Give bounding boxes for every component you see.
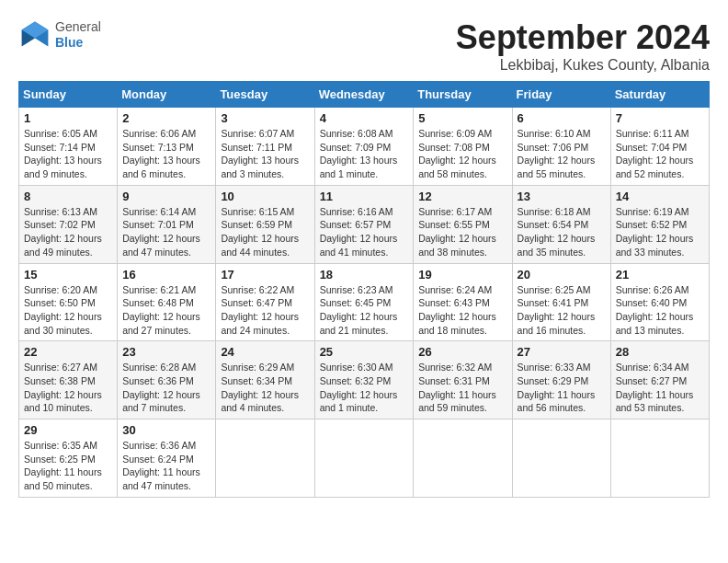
day-info: Sunrise: 6:27 AM Sunset: 6:38 PM Dayligh… bbox=[24, 361, 112, 415]
day-cell bbox=[512, 419, 610, 498]
location-title: Lekbibaj, Kukes County, Albania bbox=[456, 57, 710, 74]
day-info: Sunrise: 6:16 AM Sunset: 6:57 PM Dayligh… bbox=[320, 205, 409, 259]
day-cell: 25Sunrise: 6:30 AM Sunset: 6:32 PM Dayli… bbox=[314, 341, 414, 419]
page-header: General Blue September 2024 Lekbibaj, Ku… bbox=[18, 18, 710, 74]
day-number: 24 bbox=[221, 345, 309, 359]
day-info: Sunrise: 6:25 AM Sunset: 6:41 PM Dayligh… bbox=[518, 283, 606, 338]
day-number: 12 bbox=[418, 190, 506, 203]
day-cell: 14Sunrise: 6:19 AM Sunset: 6:52 PM Dayli… bbox=[610, 185, 709, 263]
day-cell: 9Sunrise: 6:14 AM Sunset: 7:01 PM Daylig… bbox=[118, 185, 216, 263]
day-number: 27 bbox=[518, 345, 606, 359]
logo-icon bbox=[18, 18, 51, 52]
day-info: Sunrise: 6:07 AM Sunset: 7:11 PM Dayligh… bbox=[221, 127, 309, 181]
day-cell: 23Sunrise: 6:28 AM Sunset: 6:36 PM Dayli… bbox=[118, 341, 216, 419]
day-cell: 12Sunrise: 6:17 AM Sunset: 6:55 PM Dayli… bbox=[414, 185, 512, 263]
day-cell: 5Sunrise: 6:09 AM Sunset: 7:08 PM Daylig… bbox=[414, 108, 512, 186]
day-cell: 20Sunrise: 6:25 AM Sunset: 6:41 PM Dayli… bbox=[512, 263, 610, 341]
day-info: Sunrise: 6:08 AM Sunset: 7:09 PM Dayligh… bbox=[320, 127, 409, 181]
day-cell bbox=[216, 419, 314, 498]
weekday-header-sunday: Sunday bbox=[19, 82, 118, 108]
day-cell: 26Sunrise: 6:32 AM Sunset: 6:31 PM Dayli… bbox=[414, 341, 512, 419]
day-info: Sunrise: 6:15 AM Sunset: 6:59 PM Dayligh… bbox=[221, 205, 309, 259]
calendar-body: 1Sunrise: 6:05 AM Sunset: 7:14 PM Daylig… bbox=[19, 108, 710, 498]
day-cell: 30Sunrise: 6:36 AM Sunset: 6:24 PM Dayli… bbox=[118, 419, 216, 498]
day-info: Sunrise: 6:18 AM Sunset: 6:54 PM Dayligh… bbox=[518, 205, 606, 259]
day-info: Sunrise: 6:06 AM Sunset: 7:13 PM Dayligh… bbox=[122, 127, 210, 181]
day-cell: 24Sunrise: 6:29 AM Sunset: 6:34 PM Dayli… bbox=[216, 341, 314, 419]
day-info: Sunrise: 6:17 AM Sunset: 6:55 PM Dayligh… bbox=[418, 205, 506, 259]
day-info: Sunrise: 6:28 AM Sunset: 6:36 PM Dayligh… bbox=[122, 361, 210, 415]
weekday-header-row: SundayMondayTuesdayWednesdayThursdayFrid… bbox=[19, 82, 710, 108]
day-cell: 28Sunrise: 6:34 AM Sunset: 6:27 PM Dayli… bbox=[610, 341, 709, 419]
day-cell: 8Sunrise: 6:13 AM Sunset: 7:02 PM Daylig… bbox=[19, 185, 118, 263]
day-number: 25 bbox=[320, 345, 409, 359]
day-number: 23 bbox=[122, 345, 210, 359]
day-info: Sunrise: 6:24 AM Sunset: 6:43 PM Dayligh… bbox=[418, 283, 506, 338]
day-number: 4 bbox=[320, 111, 409, 125]
week-row-1: 1Sunrise: 6:05 AM Sunset: 7:14 PM Daylig… bbox=[19, 108, 710, 186]
week-row-3: 15Sunrise: 6:20 AM Sunset: 6:50 PM Dayli… bbox=[19, 263, 710, 341]
week-row-4: 22Sunrise: 6:27 AM Sunset: 6:38 PM Dayli… bbox=[19, 341, 710, 419]
weekday-header-tuesday: Tuesday bbox=[216, 82, 314, 108]
day-number: 7 bbox=[616, 111, 704, 125]
day-cell: 17Sunrise: 6:22 AM Sunset: 6:47 PM Dayli… bbox=[216, 263, 314, 341]
logo: General Blue bbox=[18, 18, 101, 52]
day-info: Sunrise: 6:34 AM Sunset: 6:27 PM Dayligh… bbox=[616, 361, 704, 415]
day-info: Sunrise: 6:19 AM Sunset: 6:52 PM Dayligh… bbox=[616, 205, 704, 259]
day-info: Sunrise: 6:30 AM Sunset: 6:32 PM Dayligh… bbox=[320, 361, 409, 415]
day-cell bbox=[414, 419, 512, 498]
day-info: Sunrise: 6:20 AM Sunset: 6:50 PM Dayligh… bbox=[24, 283, 112, 338]
day-number: 6 bbox=[518, 111, 606, 125]
day-info: Sunrise: 6:36 AM Sunset: 6:24 PM Dayligh… bbox=[122, 439, 210, 493]
day-cell: 16Sunrise: 6:21 AM Sunset: 6:48 PM Dayli… bbox=[118, 263, 216, 341]
day-number: 30 bbox=[122, 423, 210, 437]
day-cell bbox=[314, 419, 414, 498]
weekday-header-wednesday: Wednesday bbox=[314, 82, 414, 108]
day-info: Sunrise: 6:13 AM Sunset: 7:02 PM Dayligh… bbox=[24, 205, 112, 259]
day-cell: 19Sunrise: 6:24 AM Sunset: 6:43 PM Dayli… bbox=[414, 263, 512, 341]
day-cell: 13Sunrise: 6:18 AM Sunset: 6:54 PM Dayli… bbox=[512, 185, 610, 263]
day-number: 28 bbox=[616, 345, 704, 359]
day-cell: 11Sunrise: 6:16 AM Sunset: 6:57 PM Dayli… bbox=[314, 185, 414, 263]
day-number: 16 bbox=[122, 268, 210, 282]
day-number: 8 bbox=[24, 190, 112, 203]
day-number: 19 bbox=[418, 268, 506, 282]
day-cell: 29Sunrise: 6:35 AM Sunset: 6:25 PM Dayli… bbox=[19, 419, 118, 498]
day-info: Sunrise: 6:14 AM Sunset: 7:01 PM Dayligh… bbox=[122, 205, 210, 259]
day-number: 22 bbox=[24, 345, 112, 359]
calendar-table: SundayMondayTuesdayWednesdayThursdayFrid… bbox=[18, 81, 710, 498]
day-info: Sunrise: 6:33 AM Sunset: 6:29 PM Dayligh… bbox=[518, 361, 606, 415]
logo-general: General bbox=[55, 19, 101, 34]
day-number: 18 bbox=[320, 268, 409, 282]
day-number: 21 bbox=[616, 268, 704, 282]
day-number: 9 bbox=[122, 190, 210, 203]
day-cell: 27Sunrise: 6:33 AM Sunset: 6:29 PM Dayli… bbox=[512, 341, 610, 419]
weekday-header-thursday: Thursday bbox=[414, 82, 512, 108]
day-number: 5 bbox=[418, 111, 506, 125]
day-cell: 21Sunrise: 6:26 AM Sunset: 6:40 PM Dayli… bbox=[610, 263, 709, 341]
day-cell: 2Sunrise: 6:06 AM Sunset: 7:13 PM Daylig… bbox=[118, 108, 216, 186]
day-cell: 4Sunrise: 6:08 AM Sunset: 7:09 PM Daylig… bbox=[314, 108, 414, 186]
day-info: Sunrise: 6:10 AM Sunset: 7:06 PM Dayligh… bbox=[518, 127, 606, 181]
day-cell: 7Sunrise: 6:11 AM Sunset: 7:04 PM Daylig… bbox=[610, 108, 709, 186]
day-number: 3 bbox=[221, 111, 309, 125]
day-cell: 15Sunrise: 6:20 AM Sunset: 6:50 PM Dayli… bbox=[19, 263, 118, 341]
day-info: Sunrise: 6:09 AM Sunset: 7:08 PM Dayligh… bbox=[418, 127, 506, 181]
day-number: 2 bbox=[122, 111, 210, 125]
day-number: 17 bbox=[221, 268, 309, 282]
month-title: September 2024 bbox=[456, 18, 710, 57]
day-info: Sunrise: 6:32 AM Sunset: 6:31 PM Dayligh… bbox=[418, 361, 506, 415]
day-cell: 1Sunrise: 6:05 AM Sunset: 7:14 PM Daylig… bbox=[19, 108, 118, 186]
day-info: Sunrise: 6:21 AM Sunset: 6:48 PM Dayligh… bbox=[122, 283, 210, 338]
day-number: 14 bbox=[616, 190, 704, 203]
day-cell: 3Sunrise: 6:07 AM Sunset: 7:11 PM Daylig… bbox=[216, 108, 314, 186]
weekday-header-friday: Friday bbox=[512, 82, 610, 108]
day-cell: 10Sunrise: 6:15 AM Sunset: 6:59 PM Dayli… bbox=[216, 185, 314, 263]
day-info: Sunrise: 6:22 AM Sunset: 6:47 PM Dayligh… bbox=[221, 283, 309, 338]
logo-blue: Blue bbox=[55, 35, 83, 50]
day-cell: 22Sunrise: 6:27 AM Sunset: 6:38 PM Dayli… bbox=[19, 341, 118, 419]
week-row-5: 29Sunrise: 6:35 AM Sunset: 6:25 PM Dayli… bbox=[19, 419, 710, 498]
day-number: 20 bbox=[518, 268, 606, 282]
day-info: Sunrise: 6:11 AM Sunset: 7:04 PM Dayligh… bbox=[616, 127, 704, 181]
day-number: 1 bbox=[24, 111, 112, 125]
